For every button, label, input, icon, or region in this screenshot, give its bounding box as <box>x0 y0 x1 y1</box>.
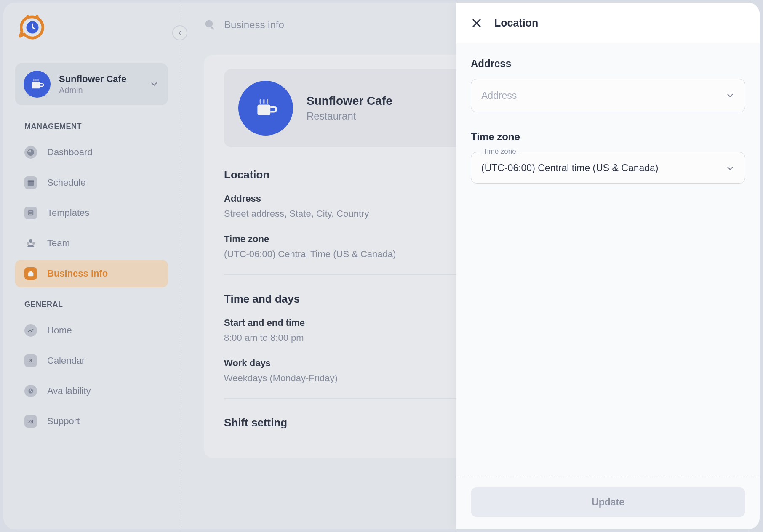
svg-point-10 <box>32 242 35 245</box>
nav-label: Home <box>47 325 72 336</box>
svg-rect-2 <box>36 15 39 17</box>
calendar-icon <box>24 176 37 189</box>
location-drawer: Location Address Address Time zone Time … <box>456 3 760 529</box>
app-window: Sunflower Cafe Admin MANAGEMENT Dashboar… <box>3 3 760 529</box>
cup-icon <box>254 96 277 120</box>
nav-label: Dashboard <box>47 147 93 158</box>
svg-rect-1 <box>26 15 29 17</box>
search-icon[interactable] <box>204 19 216 31</box>
drawer-timezone-label: Time zone <box>471 131 745 143</box>
sidebar-item-business-info[interactable]: Business info <box>15 260 168 287</box>
nav-label: Schedule <box>47 177 86 188</box>
svg-rect-3 <box>32 82 40 88</box>
clock-chat-icon <box>19 13 46 41</box>
app-logo <box>19 13 168 43</box>
sidebar-item-schedule[interactable]: Schedule <box>15 169 168 197</box>
org-avatar <box>24 71 51 98</box>
org-switcher[interactable]: Sunflower Cafe Admin <box>15 63 168 105</box>
nav-label: Templates <box>47 207 89 218</box>
address-select[interactable]: Address <box>471 79 745 112</box>
sidebar-item-dashboard[interactable]: Dashboard <box>15 138 168 166</box>
svg-rect-12 <box>29 271 32 273</box>
sidebar-item-home[interactable]: Home <box>15 317 168 344</box>
clock-icon <box>24 385 37 397</box>
drawer-title: Location <box>494 17 538 29</box>
timezone-select[interactable]: Time zone (UTC-06:00) Central time (US &… <box>471 152 745 184</box>
sidebar: Sunflower Cafe Admin MANAGEMENT Dashboar… <box>3 3 180 529</box>
drawer-header: Location <box>456 3 760 43</box>
chevron-down-icon <box>726 164 735 173</box>
svg-rect-16 <box>257 105 270 115</box>
org-role: Admin <box>59 85 141 95</box>
trend-icon <box>24 324 37 337</box>
address-placeholder: Address <box>481 90 517 101</box>
svg-point-8 <box>29 239 32 243</box>
page-title: Business info <box>224 19 284 31</box>
nav-label: Availability <box>47 386 91 396</box>
svg-rect-6 <box>28 181 34 182</box>
close-icon[interactable] <box>471 17 483 29</box>
chevron-down-icon <box>149 80 159 89</box>
svg-point-14 <box>205 20 213 28</box>
svg-rect-11 <box>28 272 34 276</box>
nav-label: Calendar <box>47 355 85 366</box>
team-icon <box>24 237 37 250</box>
sidebar-item-availability[interactable]: Availability <box>15 377 168 405</box>
business-avatar <box>238 81 293 136</box>
timezone-selected-value: (UTC-06:00) Central time (US & Canada) <box>481 162 659 174</box>
nav-label: Support <box>47 416 80 427</box>
sidebar-item-support[interactable]: 24 Support <box>15 407 168 435</box>
drawer-body: Address Address Time zone Time zone (UTC… <box>456 43 760 476</box>
chevron-down-icon <box>726 91 735 100</box>
drawer-footer: Update <box>456 476 760 529</box>
cup-icon <box>30 77 44 91</box>
org-name: Sunflower Cafe <box>59 74 141 85</box>
section-label-general: GENERAL <box>24 300 168 309</box>
timezone-floating-label: Time zone <box>480 147 520 156</box>
pie-icon <box>24 146 37 159</box>
business-name: Sunflower Cafe <box>307 94 392 108</box>
svg-point-9 <box>27 242 29 245</box>
sidebar-item-templates[interactable]: Templates <box>15 199 168 227</box>
drawer-address-label: Address <box>471 58 745 69</box>
sidebar-item-team[interactable]: Team <box>15 229 168 257</box>
update-button[interactable]: Update <box>471 487 745 517</box>
calendar-date-icon: 8 <box>24 354 37 367</box>
list-icon <box>24 207 37 219</box>
sidebar-item-calendar[interactable]: 8 Calendar <box>15 347 168 375</box>
briefcase-icon <box>24 267 37 280</box>
section-label-management: MANAGEMENT <box>24 122 168 131</box>
svg-rect-15 <box>211 27 214 30</box>
nav-label: Business info <box>47 268 108 279</box>
support-icon: 24 <box>24 415 37 428</box>
business-type: Restaurant <box>307 110 392 122</box>
nav-label: Team <box>47 238 70 249</box>
